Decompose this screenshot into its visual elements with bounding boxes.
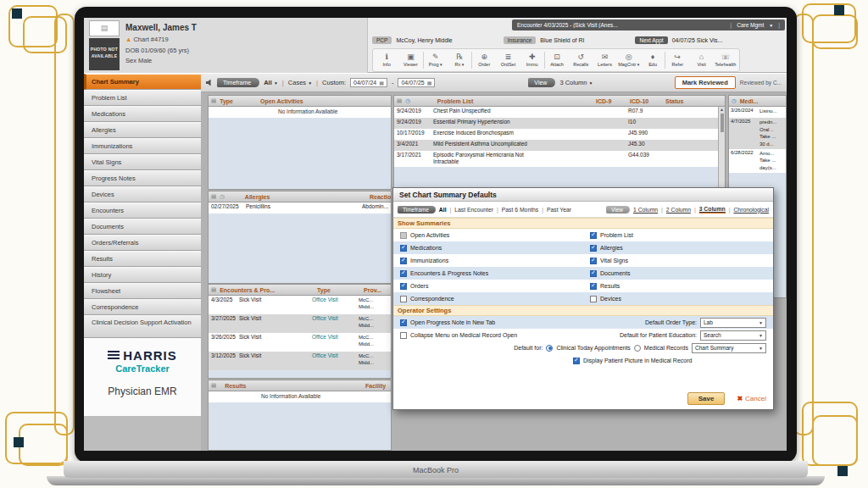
encounter-type-link[interactable]: Office Visit	[312, 352, 359, 358]
checkbox-icon[interactable]	[590, 296, 597, 302]
date-from-input[interactable]: 04/07/24▦	[350, 78, 387, 87]
medication-row[interactable]: 6/28/2022 Amo...Take ...day(s...	[729, 149, 786, 173]
sidebar-item-orders-referrals[interactable]: Orders/Referrals	[84, 235, 201, 251]
toolbar-telehealth-button[interactable]: ☏Telehealth	[714, 53, 737, 68]
mark-reviewed-button[interactable]: Mark Reviewed	[675, 76, 736, 89]
toolbar-viewer-button[interactable]: ▣Viewer	[398, 53, 422, 68]
sidebar-item-allergies[interactable]: Allergies	[84, 122, 201, 138]
save-button[interactable]: Save	[687, 392, 726, 405]
view-option-3-column[interactable]: 3 Column	[699, 206, 726, 214]
radio-medical-records[interactable]	[634, 345, 641, 352]
checkbox-devices[interactable]: Devices	[583, 292, 773, 305]
scroll-up-icon[interactable]: ▲	[719, 107, 725, 112]
sidebar-item-chart-summary[interactable]: Chart Summary	[84, 74, 201, 90]
sidebar-item-devices[interactable]: Devices	[84, 186, 201, 202]
checkbox-icon[interactable]	[573, 358, 580, 364]
view-option-chronological[interactable]: Chronological	[733, 207, 769, 213]
sidebar-item-vital-signs[interactable]: Vital Signs	[84, 154, 201, 170]
sidebar-item-medications[interactable]: Medications	[84, 106, 201, 122]
checkbox-documents[interactable]: Documents	[583, 267, 773, 280]
timeframe-option-last-encounter[interactable]: Last Encounter	[454, 207, 493, 213]
sidebar-item-progress-notes[interactable]: Progress Notes	[84, 170, 201, 186]
encounter-row[interactable]: 3/27/2025 Sick Visit Office Visit McC...…	[209, 314, 391, 333]
timeframe-option-past-6-months[interactable]: Past 6 Months	[502, 207, 538, 213]
problem-row[interactable]: 10/17/2019 Exercise Induced Bronchospasm…	[394, 129, 725, 140]
checkbox-icon[interactable]	[590, 270, 597, 277]
encounter-type-link[interactable]: Office Visit	[312, 297, 359, 302]
sidebar-item-clinical-decision-support[interactable]: Clinical Decision Support Activation	[84, 315, 201, 338]
toolbar-visit-button[interactable]: ⌂Visit	[689, 53, 713, 68]
toolbar-ordset-button[interactable]: ≣OrdSet	[496, 53, 520, 68]
timeframe-option-past-year[interactable]: Past Year	[547, 207, 571, 213]
checkbox-medications[interactable]: Medications	[393, 241, 583, 254]
problem-row[interactable]: 9/24/2019 Chest Pain Unspecified R07.9	[394, 107, 725, 118]
sidebar-item-encounters[interactable]: Encounters	[84, 202, 201, 219]
checkbox-icon[interactable]	[400, 332, 407, 339]
toolbar-edu-button[interactable]: ♦Edu	[641, 53, 665, 68]
checkbox-results[interactable]: Results	[583, 280, 773, 292]
encounter-row[interactable]: 4/3/2025 Sick Visit Office Visit McC...M…	[209, 296, 391, 314]
checkbox-orders[interactable]: Orders	[393, 280, 583, 292]
view-column-dropdown[interactable]: 3 Column ▼	[559, 79, 593, 86]
checkbox-icon[interactable]	[590, 245, 597, 252]
encounter-label[interactable]: Encounter 4/03/2025 - (Sick Visit (Anes.…	[517, 22, 725, 28]
checkbox-problem-list[interactable]: Problem List	[583, 229, 773, 241]
toolbar-attach-button[interactable]: ⊡Attach	[545, 53, 569, 68]
checkbox-icon[interactable]	[400, 258, 407, 264]
radio-clinical-today[interactable]	[546, 345, 553, 352]
care-mgmt-menu[interactable]: Care Mgmt	[737, 22, 764, 28]
toolbar-rx-button[interactable]: ℞Rx ▾	[448, 53, 471, 68]
encounter-row[interactable]: 3/26/2025 Sick Visit Office Visit McC...…	[209, 333, 391, 352]
encounter-type-link[interactable]: Office Visit	[312, 315, 359, 321]
scrollbar[interactable]: ▲	[718, 107, 725, 187]
checkbox-immunizations[interactable]: Immunizations	[393, 254, 583, 267]
encounter-bar[interactable]: Encounter 4/03/2025 - (Sick Visit (Anes.…	[512, 19, 785, 30]
speaker-icon[interactable]	[206, 80, 213, 86]
timeframe-option-all[interactable]: All	[439, 207, 447, 213]
sidebar-item-immunizations[interactable]: Immunizations	[84, 138, 201, 154]
checkbox-correspondence[interactable]: Correspondence	[393, 292, 583, 305]
problem-row[interactable]: 3/17/2021 Episodic Paroxysmal Hemicrania…	[394, 151, 725, 167]
allergy-row[interactable]: 02/27/2025 Penicillins Abdomin...	[209, 202, 391, 214]
toolbar-magcntr-button[interactable]: ◎MagCntr ▾	[617, 53, 641, 68]
medication-row[interactable]: 4/7/2025 predn...Oral ..Take ...30 d...	[729, 118, 786, 149]
checkbox-open-activities[interactable]: Open Activities	[393, 229, 583, 241]
checkbox-icon[interactable]	[590, 283, 597, 290]
encounter-type-link[interactable]: Office Visit	[312, 334, 359, 340]
toolbar-immu-button[interactable]: ✚Immu	[520, 53, 544, 68]
scroll-thumb[interactable]	[721, 114, 724, 132]
default-order-type-select[interactable]: Lab▼	[700, 318, 766, 328]
calendar-icon[interactable]: ▦	[379, 80, 384, 86]
encounter-row[interactable]: 3/12/2025 Sick Visit Office Visit McC...…	[209, 352, 391, 370]
checkbox-icon[interactable]	[400, 296, 407, 302]
view-option-1-column[interactable]: 1 Column	[633, 207, 658, 213]
view-option-2-column[interactable]: 2 Column	[666, 207, 691, 213]
checkbox-vital-signs[interactable]: Vital Signs	[583, 254, 773, 267]
checkbox-icon[interactable]	[400, 270, 407, 277]
toolbar-prog-button[interactable]: ✎Prog ▾	[424, 53, 448, 68]
sidebar-item-history[interactable]: History	[84, 267, 201, 283]
sidebar-item-documents[interactable]: Documents	[84, 219, 201, 235]
checkbox-icon[interactable]	[590, 258, 597, 264]
sidebar-item-correspondence[interactable]: Correspondence	[84, 299, 201, 315]
toolbar-order-button[interactable]: ⊕Order	[472, 53, 496, 68]
patient-education-select[interactable]: Search▼	[700, 330, 766, 341]
checkbox-allergies[interactable]: Allergies	[583, 241, 773, 254]
default-view-select[interactable]: Chart Summary▼	[692, 343, 766, 353]
sidebar-item-results[interactable]: Results	[84, 251, 201, 267]
medication-row[interactable]: 3/26/2024 Lisino...	[729, 107, 786, 118]
problem-row[interactable]: 9/24/2019 Essential Primary Hypertension…	[394, 118, 725, 129]
toolbar-recalls-button[interactable]: ↺Recalls	[569, 53, 593, 68]
checkbox-icon[interactable]	[400, 319, 407, 326]
cancel-button[interactable]: ✖Cancel	[737, 395, 766, 402]
cases-dropdown[interactable]: Cases ▼	[288, 79, 312, 86]
problem-row[interactable]: 3/4/2021 Mild Persistent Asthma Uncompli…	[394, 140, 725, 151]
sidebar-item-flowsheet[interactable]: Flowsheet	[84, 283, 201, 299]
calendar-icon[interactable]: ▦	[427, 80, 432, 86]
toolbar-info-button[interactable]: ℹInfo	[375, 53, 398, 68]
toolbar-letters-button[interactable]: ✉Letters	[593, 53, 616, 68]
checkbox-icon[interactable]	[400, 245, 407, 252]
checkbox-icon[interactable]	[400, 283, 407, 290]
checkbox-icon[interactable]	[590, 232, 597, 239]
timeframe-all-dropdown[interactable]: All ▼	[264, 79, 278, 86]
